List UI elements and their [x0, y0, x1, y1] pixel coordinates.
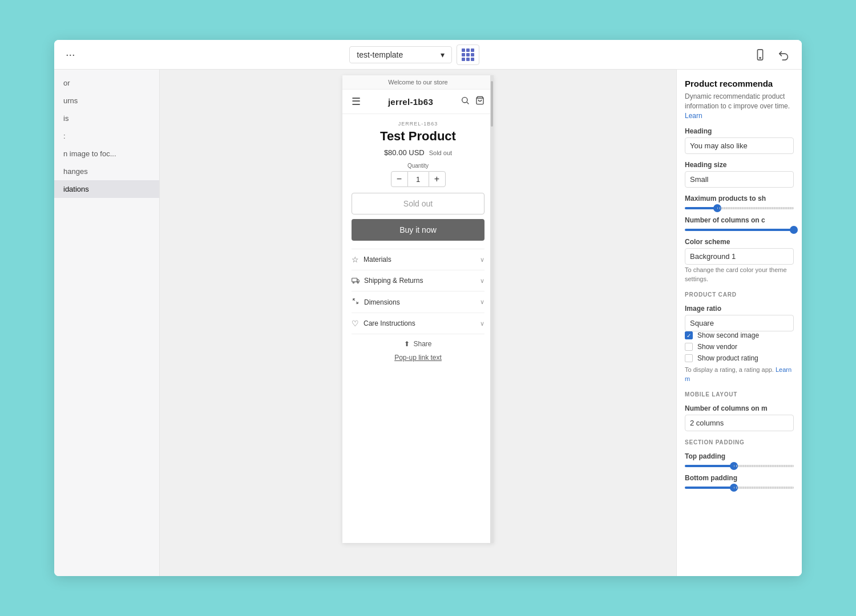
top-bar-left: ···	[63, 46, 78, 63]
accordion-materials: ☆ Materials ∨	[352, 249, 484, 270]
cart-icon[interactable]	[475, 96, 484, 107]
quantity-increase-button[interactable]: +	[429, 171, 446, 187]
top-padding-label: Top padding	[685, 452, 794, 460]
product-title: Test Product	[352, 129, 484, 144]
hamburger-icon[interactable]: ☰	[352, 95, 361, 108]
nav-icons	[461, 96, 484, 107]
sidebar-item-0[interactable]: or	[54, 74, 159, 92]
accordion-header-left: ♡ Care Instructions	[352, 319, 415, 328]
sidebar-item-5[interactable]: hanges	[54, 163, 159, 180]
sidebar-item-6[interactable]: idations	[54, 180, 159, 198]
top-padding-slider[interactable]	[685, 465, 794, 467]
materials-chevron-icon: ∨	[480, 256, 484, 264]
shipping-icon	[352, 276, 360, 285]
dots-icon: ···	[66, 48, 75, 61]
panel-description: Dynamic recommendatic product informatio…	[685, 92, 794, 120]
accordion-dimensions-header[interactable]: Dimensions ∨	[352, 297, 484, 307]
quantity-value: 1	[408, 171, 429, 187]
materials-label: Materials	[364, 256, 391, 264]
color-scheme-select[interactable]: Background 1	[685, 248, 794, 265]
top-bar-center: test-template ▾	[349, 44, 479, 65]
share-row[interactable]: ⬆ Share	[352, 334, 484, 354]
show-product-rating-label: Show product rating	[697, 354, 758, 362]
image-ratio-select[interactable]: Square	[685, 315, 794, 331]
svg-point-5	[353, 282, 354, 283]
dimensions-chevron-icon: ∨	[480, 298, 484, 306]
buy-it-now-button[interactable]: Buy it now	[352, 219, 484, 241]
center-preview: Welcome to our store ☰ jerrel-1b63	[160, 70, 676, 576]
show-vendor-checkbox[interactable]	[685, 343, 693, 351]
svg-point-2	[462, 98, 467, 103]
heading-label: Heading	[685, 127, 794, 135]
accordion-care-header[interactable]: ♡ Care Instructions ∨	[352, 319, 484, 328]
care-icon: ♡	[352, 319, 359, 328]
sidebar-item-4[interactable]: n image to foc...	[54, 145, 159, 163]
shipping-label: Shipping & Returns	[364, 277, 423, 285]
heading-input[interactable]	[685, 137, 794, 154]
template-dropdown[interactable]: test-template ▾	[349, 46, 452, 63]
sold-out-button[interactable]: Sold out	[352, 193, 484, 214]
mobile-columns-label: Number of columns on m	[685, 404, 794, 412]
share-icon: ⬆	[404, 340, 410, 348]
product-brand: JERREL-1B63	[352, 121, 484, 127]
grid-view-button[interactable]	[457, 44, 479, 65]
show-second-image-checkbox[interactable]	[685, 331, 693, 339]
top-bar: ··· test-template ▾	[54, 40, 802, 70]
template-name-label: test-template	[357, 50, 403, 59]
mobile-columns-select[interactable]: 2 columns	[685, 415, 794, 431]
sidebar-item-2[interactable]: is	[54, 110, 159, 127]
color-note: To change the card color your theme sett…	[685, 266, 794, 283]
quantity-decrease-button[interactable]: −	[391, 171, 408, 187]
preview-scroll-thumb	[491, 81, 493, 127]
max-products-label: Maximum products to sh	[685, 194, 794, 202]
left-sidebar: or urns is : n image to foc... hanges	[54, 70, 160, 576]
care-label: Care Instructions	[364, 319, 415, 327]
top-bar-right	[752, 46, 793, 63]
popup-link[interactable]: Pop-up link text	[352, 354, 484, 367]
accordion-materials-header[interactable]: ☆ Materials ∨	[352, 255, 484, 264]
materials-icon: ☆	[352, 255, 359, 264]
mobile-layout-label: MOBILE LAYOUT	[685, 391, 794, 398]
accordion-dimensions: Dimensions ∨	[352, 291, 484, 313]
quantity-control: − 1 +	[352, 171, 484, 187]
show-second-image-label: Show second image	[697, 331, 759, 339]
sidebar-item-1[interactable]: urns	[54, 92, 159, 110]
app-window: ··· test-template ▾	[54, 40, 802, 576]
sidebar-list: or urns is : n image to foc... hanges	[54, 70, 159, 202]
show-second-image-row: Show second image	[685, 331, 794, 339]
shipping-chevron-icon: ∨	[480, 277, 484, 285]
banner-text: Welcome to our store	[388, 79, 447, 86]
search-icon[interactable]	[461, 96, 470, 107]
preview-frame: Welcome to our store ☰ jerrel-1b63	[342, 75, 494, 543]
show-vendor-row: Show vendor	[685, 343, 794, 351]
bottom-padding-label: Bottom padding	[685, 474, 794, 482]
section-padding-label: SECTION PADDING	[685, 439, 794, 445]
columns-slider[interactable]	[685, 229, 794, 231]
accordion-header-left: Dimensions	[352, 297, 400, 307]
dimensions-label: Dimensions	[364, 298, 400, 306]
bottom-padding-slider[interactable]	[685, 487, 794, 489]
color-scheme-label: Color scheme	[685, 238, 794, 246]
main-content: or urns is : n image to foc... hanges	[54, 70, 802, 576]
heading-size-select[interactable]: Small	[685, 171, 794, 188]
dropdown-arrow-icon: ▾	[441, 50, 445, 59]
sidebar-item-3[interactable]: :	[54, 127, 159, 145]
right-panel: Product recommenda Dynamic recommendatic…	[676, 70, 802, 576]
product-area: JERREL-1B63 Test Product $80.00 USD Sold…	[342, 114, 494, 543]
svg-point-6	[357, 282, 358, 283]
product-price-row: $80.00 USD Sold out	[352, 148, 484, 157]
heading-size-label: Heading size	[685, 161, 794, 169]
quantity-label: Quantity	[352, 163, 484, 169]
panel-learn-link[interactable]: Learn	[685, 112, 702, 120]
sold-out-badge: Sold out	[429, 149, 452, 156]
svg-point-1	[760, 57, 761, 58]
max-products-slider[interactable]	[685, 207, 794, 209]
undo-button[interactable]	[776, 46, 793, 63]
menu-dots-button[interactable]: ···	[63, 46, 78, 63]
accordion-shipping-header[interactable]: Shipping & Returns ∨	[352, 276, 484, 285]
preview-scroll-track[interactable]	[490, 75, 494, 543]
show-product-rating-checkbox[interactable]	[685, 354, 693, 362]
accordion-shipping: Shipping & Returns ∨	[352, 270, 484, 291]
mobile-view-button[interactable]	[752, 46, 769, 63]
accordion-care: ♡ Care Instructions ∨	[352, 313, 484, 334]
